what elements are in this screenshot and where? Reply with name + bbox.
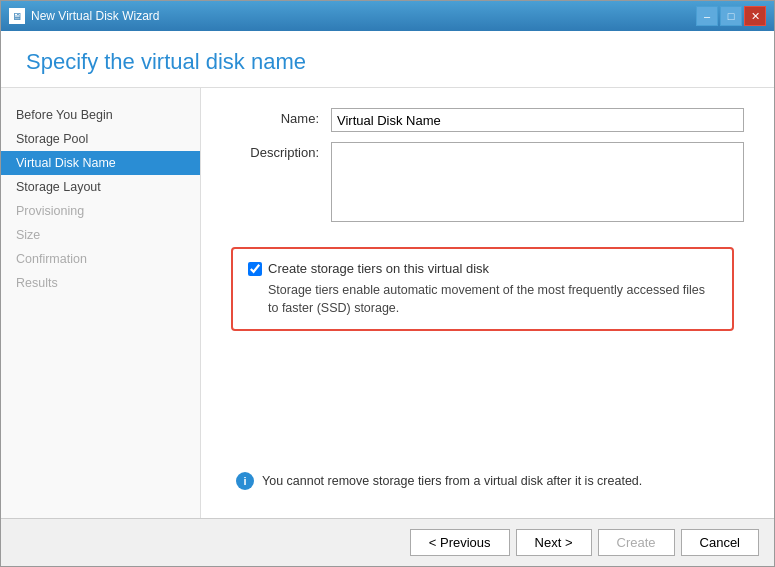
description-label: Description: <box>231 142 331 160</box>
sidebar-item-virtual-disk-name[interactable]: Virtual Disk Name <box>1 151 200 175</box>
storage-tiers-checkbox[interactable] <box>248 262 262 276</box>
close-button[interactable]: ✕ <box>744 6 766 26</box>
header-section: Specify the virtual disk name <box>1 31 774 88</box>
sidebar-item-results: Results <box>1 271 200 295</box>
window-title: New Virtual Disk Wizard <box>31 9 159 23</box>
sidebar-item-size: Size <box>1 223 200 247</box>
info-text: You cannot remove storage tiers from a v… <box>262 474 642 488</box>
footer: < Previous Next > Create Cancel <box>1 518 774 566</box>
sidebar-item-confirmation: Confirmation <box>1 247 200 271</box>
minimize-button[interactable]: – <box>696 6 718 26</box>
form-area: Name: Description: Create storage tiers … <box>201 88 774 518</box>
previous-button[interactable]: < Previous <box>410 529 510 556</box>
checkbox-row: Create storage tiers on this virtual dis… <box>248 261 717 276</box>
name-row: Name: <box>231 108 744 132</box>
main-body: Before You Begin Storage Pool Virtual Di… <box>1 88 774 518</box>
sidebar-item-before-you-begin[interactable]: Before You Begin <box>1 103 200 127</box>
sidebar: Before You Begin Storage Pool Virtual Di… <box>1 88 201 518</box>
description-row: Description: <box>231 142 744 222</box>
description-input[interactable] <box>331 142 744 222</box>
checkbox-description: Storage tiers enable automatic movement … <box>268 282 717 317</box>
window-icon: 🖥 <box>9 8 25 24</box>
sidebar-item-storage-pool[interactable]: Storage Pool <box>1 127 200 151</box>
name-label: Name: <box>231 108 331 126</box>
wizard-window: 🖥 New Virtual Disk Wizard – □ ✕ Specify … <box>0 0 775 567</box>
cancel-button[interactable]: Cancel <box>681 529 759 556</box>
title-bar-left: 🖥 New Virtual Disk Wizard <box>9 8 159 24</box>
sidebar-item-provisioning: Provisioning <box>1 199 200 223</box>
title-bar-controls: – □ ✕ <box>696 6 766 26</box>
content-area: Specify the virtual disk name Before You… <box>1 31 774 566</box>
name-input[interactable] <box>331 108 744 132</box>
maximize-button[interactable]: □ <box>720 6 742 26</box>
title-bar: 🖥 New Virtual Disk Wizard – □ ✕ <box>1 1 774 31</box>
sidebar-item-storage-layout[interactable]: Storage Layout <box>1 175 200 199</box>
checkbox-section: Create storage tiers on this virtual dis… <box>231 247 734 331</box>
page-title: Specify the virtual disk name <box>26 49 749 75</box>
checkbox-label[interactable]: Create storage tiers on this virtual dis… <box>268 261 489 276</box>
create-button: Create <box>598 529 675 556</box>
info-icon: i <box>236 472 254 490</box>
next-button[interactable]: Next > <box>516 529 592 556</box>
info-bar: i You cannot remove storage tiers from a… <box>231 464 744 498</box>
